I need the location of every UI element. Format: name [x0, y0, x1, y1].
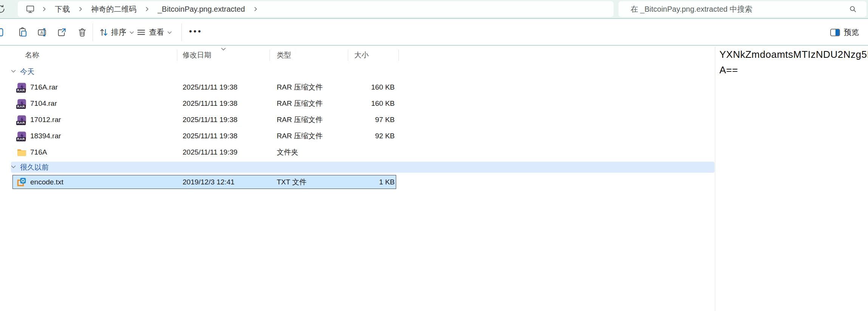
file-type: RAR 压缩文件	[277, 95, 322, 111]
file-size: 97 KB	[348, 111, 395, 128]
clipped-toolbar-icon[interactable]	[0, 27, 5, 37]
preview-text-line: A==	[719, 64, 738, 76]
file-date: 2025/11/11 19:39	[183, 144, 237, 160]
this-pc-icon[interactable]	[25, 4, 35, 14]
file-row[interactable]: RAR 7104.rar 2025/11/11 19:38 RAR 压缩文件 1…	[0, 95, 715, 111]
svg-text:A: A	[40, 31, 43, 35]
search-icon[interactable]	[849, 5, 857, 13]
chevron-right-icon[interactable]	[144, 6, 150, 12]
file-type: RAR 压缩文件	[277, 128, 322, 144]
file-size: 160 KB	[348, 95, 395, 111]
more-options-button[interactable]: •••	[189, 19, 202, 46]
breadcrumb-item-extracted[interactable]: _BitcoinPay.png.extracted	[152, 5, 250, 14]
breadcrumb: 下载 神奇的二维码 _BitcoinPay.png.extracted	[18, 1, 614, 17]
preview-pane: YXNkZmdoamtsMTIzNDU2Nzg5M A==	[715, 46, 868, 311]
view-button[interactable]: 查看	[149, 19, 164, 46]
file-date: 2019/12/3 12:41	[183, 175, 234, 189]
group-header-long-ago[interactable]: 很久以前	[0, 162, 715, 173]
file-date: 2025/11/11 19:38	[183, 79, 237, 95]
share-icon[interactable]	[57, 27, 67, 37]
paste-icon[interactable]	[18, 27, 28, 37]
column-header-size[interactable]: 大小	[354, 49, 369, 61]
preview-pane-icon	[830, 29, 840, 36]
file-size: 1 KB	[348, 175, 395, 189]
chevron-right-icon[interactable]	[41, 6, 47, 12]
preview-toggle-button[interactable]: 预览	[825, 19, 864, 46]
chevron-right-icon[interactable]	[78, 6, 84, 12]
file-type: TXT 文件	[277, 175, 307, 189]
delete-icon[interactable]	[77, 27, 87, 37]
chevron-down-icon[interactable]	[11, 165, 16, 169]
navigation-bar: 下载 神奇的二维码 _BitcoinPay.png.extracted 在 _B…	[0, 0, 868, 19]
breadcrumb-item-folder[interactable]: 神奇的二维码	[86, 4, 142, 14]
search-input[interactable]: 在 _BitcoinPay.png.extracted 中搜索	[618, 1, 866, 17]
file-size: 160 KB	[348, 79, 395, 95]
group-label: 很久以前	[20, 162, 49, 173]
file-type: RAR 压缩文件	[277, 111, 322, 128]
file-name: 716A	[30, 144, 47, 160]
file-type: 文件夹	[277, 144, 298, 160]
group-label: 今天	[20, 66, 34, 77]
column-divider[interactable]	[398, 50, 399, 61]
column-divider[interactable]	[348, 50, 348, 61]
file-row[interactable]: 716A 2025/11/11 19:39 文件夹	[0, 144, 715, 160]
rename-icon[interactable]: A	[37, 27, 47, 37]
file-name: 7104.rar	[30, 95, 57, 111]
file-date: 2025/11/11 19:38	[183, 111, 237, 128]
file-list: 名称 修改日期 类型 大小 今天 RAR	[0, 46, 715, 311]
chevron-down-icon[interactable]	[11, 69, 16, 73]
column-header-row: 名称 修改日期 类型 大小	[0, 49, 715, 61]
file-row[interactable]: RAR 716A.rar 2025/11/11 19:38 RAR 压缩文件 1…	[0, 79, 715, 95]
sort-direction-caret-icon	[220, 47, 226, 51]
group-header-today[interactable]: 今天	[0, 66, 715, 77]
file-row[interactable]: RAR 17012.rar 2025/11/11 19:38 RAR 压缩文件 …	[0, 111, 715, 128]
toolbar-separator	[93, 23, 93, 41]
main-content: 名称 修改日期 类型 大小 今天 RAR	[0, 46, 868, 311]
file-date: 2025/11/11 19:38	[183, 128, 237, 144]
sort-icon[interactable]	[99, 27, 109, 37]
toolbar-separator	[181, 23, 182, 41]
file-row-selected[interactable]: encode.txt 2019/12/3 12:41 TXT 文件 1 KB	[0, 175, 715, 189]
file-explorer-window: 下载 神奇的二维码 _BitcoinPay.png.extracted 在 _B…	[0, 0, 868, 311]
command-toolbar: A 排序	[0, 19, 868, 46]
file-type: RAR 压缩文件	[277, 79, 322, 95]
column-divider[interactable]	[270, 50, 270, 61]
search-placeholder: 在 _BitcoinPay.png.extracted 中搜索	[631, 1, 752, 17]
file-size: 92 KB	[348, 128, 395, 144]
file-size	[348, 144, 395, 160]
file-row[interactable]: RAR 18394.rar 2025/11/11 19:38 RAR 压缩文件 …	[0, 128, 715, 144]
preview-toggle-label: 预览	[844, 27, 859, 37]
chevron-right-icon[interactable]	[253, 6, 259, 12]
group-highlight	[11, 162, 715, 173]
chevron-down-icon	[167, 31, 172, 34]
folder-icon	[17, 147, 27, 157]
file-name: 716A.rar	[30, 79, 58, 95]
column-divider[interactable]	[177, 50, 177, 61]
file-name: encode.txt	[30, 175, 64, 189]
column-header-date[interactable]: 修改日期	[183, 49, 211, 61]
file-date: 2025/11/11 19:38	[183, 95, 237, 111]
view-icon[interactable]	[136, 27, 146, 37]
column-header-type[interactable]: 类型	[277, 49, 291, 61]
file-name: 17012.rar	[30, 111, 61, 128]
column-header-name[interactable]: 名称	[25, 49, 39, 61]
file-name: 18394.rar	[30, 128, 61, 144]
chevron-down-icon	[129, 31, 134, 34]
refresh-icon[interactable]	[0, 4, 6, 14]
preview-text-line: YXNkZmdoamtsMTIzNDU2Nzg5M	[719, 49, 868, 60]
sort-button[interactable]: 排序	[111, 19, 126, 46]
breadcrumb-item-downloads[interactable]: 下载	[50, 4, 75, 14]
text-file-icon	[17, 177, 27, 187]
